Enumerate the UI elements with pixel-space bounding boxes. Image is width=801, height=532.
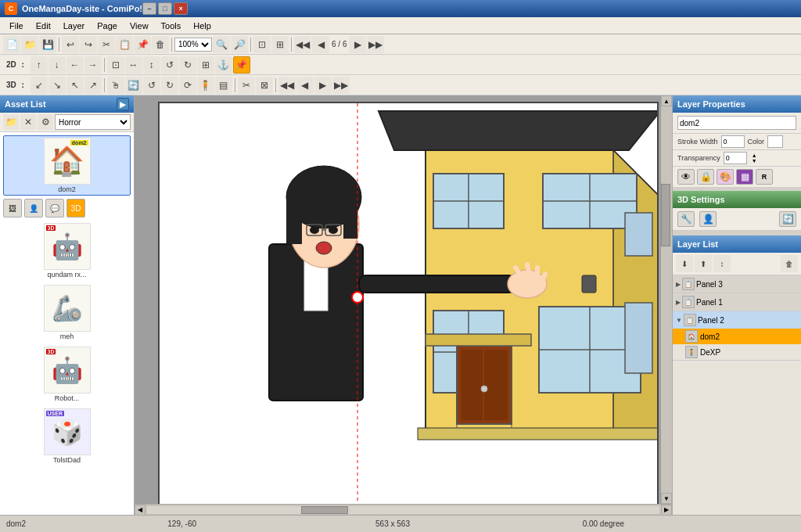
tb2-flip-v[interactable]: ↕ (143, 56, 160, 74)
tb3-person[interactable]: 🧍 (197, 77, 214, 94)
tb2-up[interactable]: ↑ (31, 56, 48, 74)
layer-grid-btn[interactable]: ▦ (736, 169, 753, 185)
tb-copy[interactable]: 📋 (116, 36, 133, 53)
tb3-h[interactable]: ↻ (161, 77, 178, 94)
trans-up[interactable]: ▲ (752, 153, 757, 158)
layer-add-btn[interactable]: ⬇ (676, 255, 693, 272)
tb3-a[interactable]: ↙ (31, 77, 48, 94)
menu-view[interactable]: View (124, 20, 155, 32)
menu-tools[interactable]: Tools (155, 20, 188, 32)
tb-full[interactable]: ⊞ (271, 36, 289, 53)
horizontal-scrollbar[interactable]: ◀ ▶ (135, 504, 672, 515)
layer-r-btn[interactable]: R (756, 169, 773, 185)
tb-next[interactable]: ▶ (349, 36, 366, 53)
layer-name-input[interactable] (677, 116, 796, 130)
tb-redo[interactable]: ↪ (80, 36, 97, 53)
layer-item-dom2[interactable]: 🏠 dom2 (673, 329, 801, 344)
scroll-left-btn[interactable]: ◀ (135, 505, 145, 516)
tb2-fit[interactable]: ⊞ (197, 56, 214, 74)
side-tool-4[interactable]: 3D (66, 199, 85, 217)
tb-new[interactable]: 📄 (3, 36, 20, 53)
layer-group-panel2-header[interactable]: ▼ 📋 Panel 2 (673, 311, 801, 329)
layer-delete-btn[interactable]: 🗑 (781, 255, 798, 272)
tb2-anchor[interactable]: ⚓ (215, 56, 232, 74)
menu-edit[interactable]: Edit (30, 20, 57, 32)
side-tool-2[interactable]: 👤 (24, 199, 43, 217)
side-tool-1[interactable]: 🖼 (3, 199, 22, 217)
settings-btn-2[interactable]: 👤 (699, 211, 717, 227)
asset-settings-btn[interactable]: ⚙ (38, 114, 53, 130)
tb-paste[interactable]: 📌 (134, 36, 151, 53)
tb3-next[interactable]: ▶▶ (332, 77, 350, 94)
asset-item-robot2[interactable]: 🤖 3D Robot... (3, 344, 131, 404)
asset-item-mech[interactable]: 🤖 3D qundam rx... (3, 221, 131, 281)
tb2-rot-l[interactable]: ↺ (161, 56, 178, 74)
tb3-k[interactable]: ▤ (215, 77, 232, 94)
vertical-scrollbar[interactable]: ▲ ▼ (661, 95, 672, 504)
category-select[interactable]: Horror Fantasy Sci-Fi (55, 114, 131, 130)
tb3-i[interactable]: ⟳ (179, 77, 196, 94)
color-swatch[interactable] (767, 135, 783, 148)
tb-delete[interactable]: 🗑 (152, 36, 169, 53)
tb2-down[interactable]: ↓ (48, 56, 66, 74)
layer-sort-btn[interactable]: ↕ (713, 255, 731, 272)
layer-group-panel1-header[interactable]: ▶ 📋 Panel 1 (673, 293, 801, 311)
tb3-prev1[interactable]: ◀ (296, 77, 314, 94)
asset-item-cube[interactable]: 🎲 USER TolstDad (3, 406, 131, 466)
scroll-down-btn[interactable]: ▼ (661, 493, 672, 504)
tb3-next1[interactable]: ▶ (314, 77, 332, 94)
tb-prev[interactable]: ◀ (312, 36, 329, 53)
zoom-select[interactable]: 100% 50% 200% (174, 38, 212, 52)
asset-panel-toggle[interactable]: ▶ (117, 98, 129, 110)
tb-zoom-in[interactable]: 🔍 (213, 36, 230, 53)
layer-eye-btn[interactable]: 👁 (677, 169, 695, 185)
asset-delete-btn[interactable]: ✕ (20, 114, 36, 130)
tb3-d[interactable]: ↗ (84, 77, 102, 94)
minimize-button[interactable]: – (142, 2, 156, 15)
settings-btn-3[interactable]: 🔄 (779, 211, 796, 227)
tb3-c[interactable]: ↖ (66, 77, 84, 94)
tb2-expand[interactable]: ⊡ (107, 56, 124, 74)
tb3-f[interactable]: 🔄 (125, 77, 142, 94)
tb-save[interactable]: 💾 (39, 36, 56, 53)
layer-color-btn[interactable]: 🎨 (717, 169, 734, 185)
menu-file[interactable]: File (3, 20, 30, 32)
asset-item-house[interactable]: 🏠 dom2 dom2 (3, 135, 131, 196)
close-button[interactable]: × (174, 2, 188, 15)
tb3-e[interactable]: 🖱 (107, 77, 124, 94)
tb3-prev[interactable]: ◀◀ (278, 77, 296, 94)
layer-item-dexp[interactable]: 🧍 DeXP (673, 344, 801, 360)
scroll-right-btn[interactable]: ▶ (661, 505, 672, 516)
menu-help[interactable]: Help (187, 20, 217, 32)
trans-down[interactable]: ▼ (752, 158, 757, 164)
menu-layer[interactable]: Layer (57, 20, 92, 32)
scroll-thumb-v[interactable] (661, 184, 670, 246)
tb3-m[interactable]: ⊠ (256, 77, 273, 94)
tb3-l[interactable]: ✂ (238, 77, 255, 94)
asset-item-robot[interactable]: 🦾 meh (3, 282, 131, 343)
side-tool-3[interactable]: 💬 (45, 199, 64, 217)
asset-folder-btn[interactable]: 📁 (3, 114, 19, 130)
tb2-flip-h[interactable]: ↔ (125, 56, 142, 74)
tb2-active[interactable]: 📌 (233, 56, 250, 74)
trans-input[interactable] (724, 152, 747, 164)
tb-fit[interactable]: ⊡ (253, 36, 271, 53)
tb2-left[interactable]: ← (66, 56, 84, 74)
tb2-rot-r[interactable]: ↻ (179, 56, 196, 74)
tb-zoom-out[interactable]: 🔎 (231, 36, 248, 53)
tb-undo[interactable]: ↩ (62, 36, 79, 53)
tb-prev-frame[interactable]: ◀◀ (294, 36, 311, 53)
manga-canvas[interactable] (158, 102, 659, 504)
tb-open[interactable]: 📁 (21, 36, 38, 53)
layer-lock-btn[interactable]: 🔒 (697, 169, 714, 185)
tb2-right[interactable]: → (84, 56, 102, 74)
tb-cut[interactable]: ✂ (98, 36, 115, 53)
tb3-g[interactable]: ↺ (143, 77, 160, 94)
canvas-container[interactable]: ▲ ▼ (135, 95, 672, 504)
menu-page[interactable]: Page (91, 20, 124, 32)
layer-move-up-btn[interactable]: ⬆ (695, 255, 712, 272)
layer-group-panel3-header[interactable]: ▶ 📋 Panel 3 (673, 275, 801, 293)
maximize-button[interactable]: □ (158, 2, 172, 15)
stroke-input[interactable] (721, 135, 745, 148)
tb-next-frame[interactable]: ▶▶ (367, 36, 384, 53)
